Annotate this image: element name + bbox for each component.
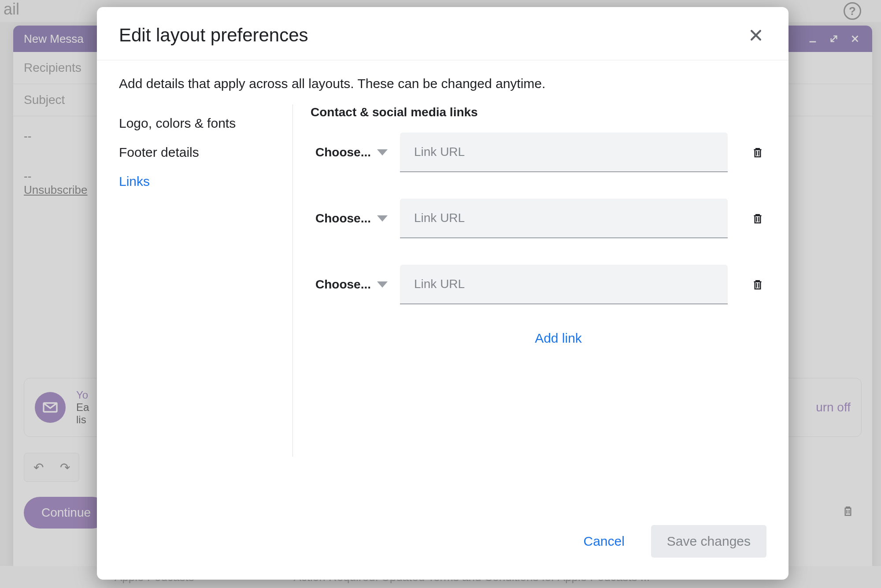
chevron-down-icon bbox=[377, 215, 388, 222]
delete-link-icon[interactable] bbox=[749, 144, 766, 161]
dialog-header: Edit layout preferences bbox=[97, 7, 788, 60]
dialog-subtitle: Add details that apply across all layout… bbox=[97, 60, 788, 104]
link-row: Choose... bbox=[311, 265, 766, 304]
sidebar-item-links[interactable]: Links bbox=[119, 167, 279, 196]
dropdown-label: Choose... bbox=[315, 211, 371, 226]
add-link-button[interactable]: Add link bbox=[350, 331, 766, 346]
delete-link-icon[interactable] bbox=[749, 276, 766, 293]
settings-sidebar: Logo, colors & fonts Footer details Link… bbox=[119, 104, 293, 457]
cancel-button[interactable]: Cancel bbox=[574, 527, 633, 556]
sidebar-item-footer-details[interactable]: Footer details bbox=[119, 138, 279, 167]
sidebar-item-logo-colors-fonts[interactable]: Logo, colors & fonts bbox=[119, 109, 279, 138]
panel-title: Contact & social media links bbox=[311, 105, 766, 119]
chevron-down-icon bbox=[377, 149, 388, 155]
link-type-dropdown[interactable]: Choose... bbox=[311, 145, 388, 159]
link-type-dropdown[interactable]: Choose... bbox=[311, 211, 388, 226]
links-panel: Contact & social media links Choose... C… bbox=[293, 104, 766, 512]
close-icon[interactable] bbox=[745, 25, 766, 46]
link-row: Choose... bbox=[311, 133, 766, 172]
dropdown-label: Choose... bbox=[315, 145, 371, 159]
save-changes-button[interactable]: Save changes bbox=[651, 525, 766, 558]
chevron-down-icon bbox=[377, 281, 388, 288]
link-url-input[interactable] bbox=[400, 265, 728, 304]
dropdown-label: Choose... bbox=[315, 277, 371, 292]
link-row: Choose... bbox=[311, 199, 766, 238]
link-url-input[interactable] bbox=[400, 199, 728, 238]
dialog-footer: Cancel Save changes bbox=[97, 512, 788, 580]
delete-link-icon[interactable] bbox=[749, 210, 766, 227]
link-type-dropdown[interactable]: Choose... bbox=[311, 277, 388, 292]
dialog-title: Edit layout preferences bbox=[119, 25, 308, 46]
dialog-content: Logo, colors & fonts Footer details Link… bbox=[97, 104, 788, 512]
layout-preferences-dialog: Edit layout preferences Add details that… bbox=[97, 7, 788, 580]
link-url-input[interactable] bbox=[400, 133, 728, 172]
